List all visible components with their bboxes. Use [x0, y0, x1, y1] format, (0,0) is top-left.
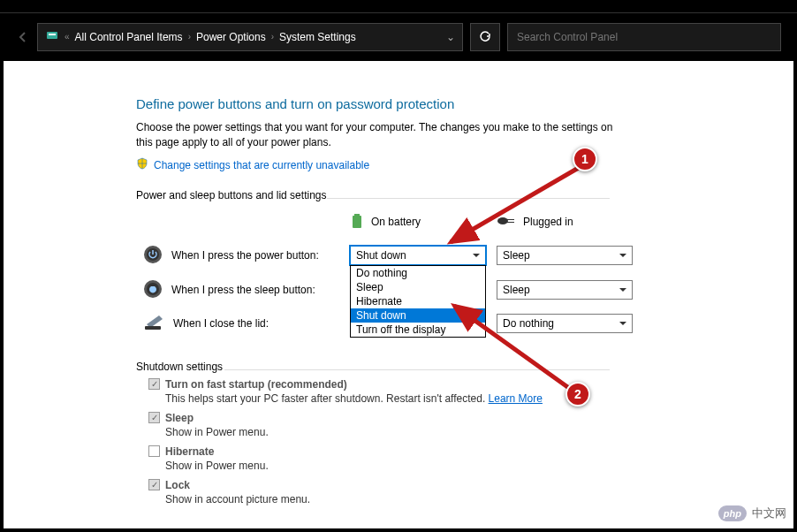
col-on-battery: On battery: [350, 212, 486, 232]
php-logo-icon: php: [718, 505, 747, 521]
chevron-right-icon: ›: [271, 32, 274, 42]
lid-plugged-select[interactable]: Do nothing: [497, 314, 633, 333]
page-description: Choose the power settings that you want …: [136, 120, 613, 150]
change-settings-link[interactable]: Change settings that are currently unava…: [136, 157, 793, 173]
sleep-plugged-select[interactable]: Sleep: [497, 280, 633, 300]
col-plugged-in: Plugged in: [497, 215, 633, 230]
address-bar: « All Control Panel Items › Power Option…: [0, 12, 797, 60]
row-sleep-button: When I press the sleep button:: [136, 279, 339, 301]
shutdown-settings-list: ✓ Turn on fast startup (recommended) Thi…: [136, 378, 793, 505]
back-icon[interactable]: [16, 30, 30, 44]
svg-rect-5: [507, 219, 514, 220]
refresh-button[interactable]: [470, 23, 500, 51]
row-power-button: When I press the power button:: [136, 245, 339, 267]
hibernate-item: Hibernate Show in Power menu.: [148, 445, 793, 472]
svg-rect-3: [353, 216, 361, 228]
content-area: Define power buttons and turn on passwor…: [4, 61, 793, 528]
breadcrumb[interactable]: « All Control Panel Items › Power Option…: [37, 23, 463, 51]
checkbox-on-icon[interactable]: ✓: [148, 412, 160, 423]
dropdown-menu[interactable]: Do nothing Sleep Hibernate Shut down Tur…: [350, 265, 486, 338]
dropdown-option[interactable]: Hibernate: [351, 294, 485, 308]
page-title: Define power buttons and turn on passwor…: [136, 96, 793, 111]
title-bar: [0, 0, 797, 12]
laptop-icon: [143, 314, 164, 334]
checkbox-off-icon[interactable]: [148, 445, 160, 457]
checkbox-on-icon[interactable]: ✓: [148, 479, 160, 490]
checkbox-on-icon[interactable]: ✓: [148, 378, 160, 390]
section-label: Shutdown settings: [136, 361, 793, 373]
sleep-item: ✓ Sleep Show in Power menu.: [148, 412, 793, 438]
shield-icon: [136, 157, 148, 173]
plug-icon: [497, 215, 516, 230]
search-input[interactable]: [507, 23, 781, 51]
battery-icon: [350, 212, 364, 232]
chevron-right-icon: ›: [188, 32, 191, 42]
section-label: Power and sleep buttons and lid settings: [136, 189, 793, 201]
svg-rect-2: [354, 214, 360, 216]
power-battery-select[interactable]: Shut down Do nothing Sleep Hibernate Shu…: [350, 246, 486, 265]
lock-item: ✓ Lock Show in account picture menu.: [148, 479, 793, 505]
sleep-button-icon: [143, 279, 163, 301]
breadcrumb-item[interactable]: All Control Panel Items: [75, 31, 183, 43]
breadcrumb-sep-icon: «: [65, 32, 70, 42]
power-plugged-select[interactable]: Sleep: [497, 246, 633, 265]
svg-rect-6: [507, 222, 514, 223]
breadcrumb-item[interactable]: System Settings: [279, 31, 356, 43]
svg-rect-11: [145, 326, 161, 330]
power-button-icon: [143, 245, 163, 267]
svg-rect-1: [49, 34, 56, 35]
watermark: php 中文网: [718, 505, 786, 521]
row-close-lid: When I close the lid:: [136, 314, 339, 334]
change-settings-link-text[interactable]: Change settings that are currently unava…: [154, 159, 369, 171]
dropdown-option[interactable]: Do nothing: [351, 266, 485, 280]
dropdown-option[interactable]: Sleep: [351, 280, 485, 294]
svg-point-4: [497, 217, 508, 224]
control-panel-icon: [45, 28, 59, 45]
learn-more-link[interactable]: Learn More: [489, 392, 543, 405]
power-settings-grid: On battery Plugged in When I press the p…: [136, 212, 793, 334]
dropdown-option[interactable]: Turn off the display: [351, 323, 485, 337]
dropdown-option-selected[interactable]: Shut down: [351, 308, 485, 323]
select-box[interactable]: Shut down: [350, 246, 486, 265]
chevron-down-icon[interactable]: ⌄: [446, 31, 455, 43]
fast-startup-item: ✓ Turn on fast startup (recommended) Thi…: [148, 378, 793, 405]
breadcrumb-item[interactable]: Power Options: [196, 31, 266, 43]
